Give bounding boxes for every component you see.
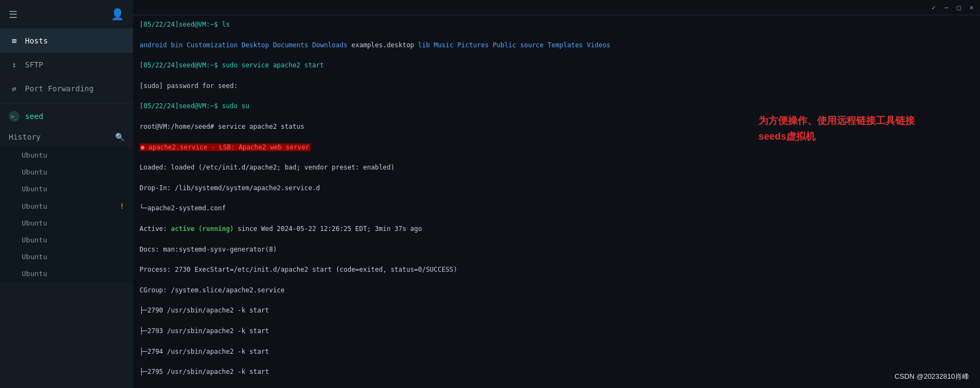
term-line-1: [05/22/24]seed@VM:~$ ls bbox=[140, 20, 973, 30]
history-label: History bbox=[9, 133, 41, 141]
history-ubuntu-7[interactable]: Ubuntu bbox=[0, 248, 133, 265]
history-ubuntu-4[interactable]: Ubuntu ! bbox=[0, 197, 133, 215]
ubuntu-label-3: Ubuntu bbox=[22, 185, 47, 193]
window-controls: ✓ − □ × bbox=[930, 3, 976, 12]
sidebar-item-seed[interactable]: >_ seed bbox=[0, 105, 133, 127]
ubuntu-label-2: Ubuntu bbox=[22, 168, 47, 176]
ubuntu-label-7: Ubuntu bbox=[22, 253, 47, 261]
history-ubuntu-8[interactable]: Ubuntu bbox=[0, 265, 133, 282]
sidebar-logo: 👤 bbox=[111, 8, 124, 21]
seed-label: seed bbox=[25, 112, 43, 121]
sidebar-header: ☰ 👤 bbox=[0, 0, 133, 29]
history-ubuntu-3[interactable]: Ubuntu bbox=[0, 180, 133, 197]
port-forwarding-icon: ⇄ bbox=[9, 83, 20, 94]
term-line-6: root@VM:/home/seed# service apache2 stat… bbox=[140, 122, 973, 132]
hamburger-icon[interactable]: ☰ bbox=[9, 9, 17, 20]
hosts-label: Hosts bbox=[25, 36, 48, 45]
term-line-16: ├─2793 /usr/sbin/apache2 -k start bbox=[140, 326, 973, 336]
term-line-10: └─apache2-systemd.conf bbox=[140, 203, 973, 214]
term-line-8: Loaded: loaded (/etc/init.d/apache2; bad… bbox=[140, 162, 973, 173]
ubuntu-label-4: Ubuntu bbox=[22, 202, 47, 210]
history-search-icon[interactable]: 🔍 bbox=[115, 133, 124, 141]
history-ubuntu-5[interactable]: Ubuntu bbox=[0, 215, 133, 231]
history-ubuntu-1[interactable]: Ubuntu bbox=[0, 147, 133, 164]
sidebar-item-port-forwarding[interactable]: ⇄ Port Forwarding bbox=[0, 77, 133, 101]
term-line-15: ├─2790 /usr/sbin/apache2 -k start bbox=[140, 305, 973, 316]
hosts-icon: ⊞ bbox=[9, 35, 20, 46]
sidebar: ☰ 👤 ⊞ Hosts ↕ SFTP ⇄ Port Forwarding >_ … bbox=[0, 0, 133, 388]
close-button[interactable]: × bbox=[968, 3, 976, 12]
term-line-13: Process: 2730 ExecStart=/etc/init.d/apac… bbox=[140, 265, 973, 275]
term-line-12: Docs: man:systemd-sysv-generator(8) bbox=[140, 245, 973, 255]
term-line-11: Active: active (running) since Wed 2024-… bbox=[140, 224, 973, 234]
term-line-4: [sudo] password for seed: bbox=[140, 81, 973, 91]
history-ubuntu-2[interactable]: Ubuntu bbox=[0, 164, 133, 180]
term-line-9: Drop-In: /lib/systemd/system/apache2.ser… bbox=[140, 183, 973, 193]
history-ubuntu-6[interactable]: Ubuntu bbox=[0, 231, 133, 248]
port-forwarding-label: Port Forwarding bbox=[25, 84, 93, 93]
term-line-5: [05/22/24]seed@VM:~$ sudo su bbox=[140, 101, 973, 111]
ubuntu-label-8: Ubuntu bbox=[22, 270, 47, 278]
ubuntu-label-5: Ubuntu bbox=[22, 219, 47, 227]
term-line-14: CGroup: /system.slice/apache2.service bbox=[140, 285, 973, 296]
term-line-2: android bin Customization Desktop Docume… bbox=[140, 40, 973, 51]
check-icon[interactable]: ✓ bbox=[930, 3, 938, 12]
terminal[interactable]: [05/22/24]seed@VM:~$ ls android bin Cust… bbox=[133, 15, 980, 388]
divider bbox=[0, 103, 133, 103]
main-content: ✓ − □ × [05/22/24]seed@VM:~$ ls android … bbox=[133, 0, 980, 388]
term-line-7: ● apache2.service - LSB: Apache2 web ser… bbox=[140, 142, 973, 153]
term-line-3: [05/22/24]seed@VM:~$ sudo service apache… bbox=[140, 60, 973, 71]
ubuntu-label-1: Ubuntu bbox=[22, 151, 47, 159]
watermark: CSDN @20232810肖峰 bbox=[895, 372, 969, 381]
sftp-label: SFTP bbox=[25, 60, 43, 69]
maximize-button[interactable]: □ bbox=[955, 3, 963, 12]
term-line-17: ├─2794 /usr/sbin/apache2 -k start bbox=[140, 347, 973, 357]
minimize-button[interactable]: − bbox=[942, 3, 950, 12]
sftp-icon: ↕ bbox=[9, 59, 20, 70]
sidebar-item-hosts[interactable]: ⊞ Hosts bbox=[0, 29, 133, 53]
sidebar-item-history[interactable]: History 🔍 bbox=[0, 127, 133, 147]
ubuntu-label-6: Ubuntu bbox=[22, 236, 47, 244]
history-submenu: Ubuntu Ubuntu Ubuntu Ubuntu ! Ubuntu Ubu… bbox=[0, 147, 133, 282]
term-line-18: ├─2795 /usr/sbin/apache2 -k start bbox=[140, 367, 973, 377]
sidebar-item-sftp[interactable]: ↕ SFTP bbox=[0, 53, 133, 77]
topbar: ✓ − □ × bbox=[133, 0, 980, 15]
warning-icon: ! bbox=[120, 202, 124, 210]
seed-icon: >_ bbox=[9, 111, 20, 122]
